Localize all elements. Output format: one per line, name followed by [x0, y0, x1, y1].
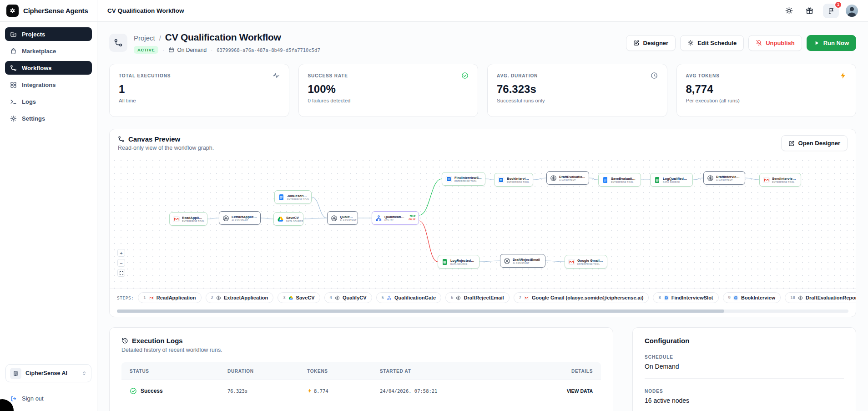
- topbar-title: CV Qualification Workflow: [107, 7, 184, 14]
- step-label: ExtractApplication: [224, 295, 268, 300]
- step-label: FindInterviewSlot: [671, 295, 713, 300]
- sidebar-item-marketplace[interactable]: Marketplace: [5, 44, 92, 58]
- step-number: 6: [451, 295, 453, 300]
- step-number: 9: [728, 295, 731, 300]
- sidebar-item-projects[interactable]: Projects: [5, 27, 92, 41]
- node-label: QualifyCV: [340, 215, 354, 219]
- canvas-node-gmail1[interactable]: Google Gmail (...ENTERPRISE TOOL: [565, 255, 607, 269]
- node-label: DraftInterviewI...: [716, 175, 742, 179]
- sidebar-item-workflows[interactable]: Workflows: [5, 61, 92, 75]
- theme-toggle-button[interactable]: [782, 4, 796, 18]
- stat-card: AVG. DURATION76.323sSuccessful runs only: [487, 64, 667, 117]
- ai-icon: [798, 295, 803, 300]
- docs-icon: [278, 194, 285, 201]
- canvas-node-drafteval[interactable]: DraftEvaluatio...AI ASSISTANT: [546, 171, 589, 185]
- avatar[interactable]: [846, 5, 858, 17]
- canvas-node-draftrej[interactable]: DraftRejectEmailAI ASSISTANT: [500, 254, 545, 268]
- step-label: QualifyCV: [343, 295, 367, 300]
- sidebar-header: CipherSense Agents: [0, 0, 97, 22]
- org-selector[interactable]: CipherSense AI: [5, 364, 91, 382]
- step-pill-9[interactable]: 931BookInterview: [723, 292, 781, 303]
- signout-button[interactable]: Sign out: [0, 388, 97, 411]
- node-type-label: AI ASSISTANT: [513, 262, 540, 264]
- sidebar-item-integrations[interactable]: Integrations: [5, 78, 92, 91]
- canvas-node-saveeval[interactable]: SaveEvaluation...ENTERPRISE TOOL: [598, 173, 641, 187]
- canvas-node-savecv[interactable]: SaveCVDATA SOURCE: [273, 212, 303, 226]
- edge-book-drafteval: [533, 178, 546, 180]
- canvas-node-gate[interactable]: QualificationGa...UTILITYTRUEFALSE: [372, 211, 419, 225]
- notification-badge: 1: [834, 1, 842, 9]
- canvas-node-draftint[interactable]: DraftInterviewI...AI ASSISTANT: [703, 171, 745, 185]
- sidebar-item-label: Marketplace: [22, 48, 56, 55]
- canvas-node-readapp[interactable]: ReadApplicationENTERPRISE TOOL: [169, 212, 207, 226]
- canvas-card: Canvas Preview Read-only view of the wor…: [109, 129, 856, 317]
- scrollbar-thumb[interactable]: [117, 310, 724, 313]
- started-at-cell: 24/04/2026, 07:58:21: [380, 388, 552, 394]
- edge-jobdesc-qualify: [312, 197, 327, 218]
- gift-icon[interactable]: [802, 4, 816, 18]
- node-type-label: AI ASSISTANT: [716, 179, 742, 182]
- step-pill-7[interactable]: 7Google Gmail (olaoye.somide@ciphersense…: [514, 292, 649, 303]
- open-designer-button[interactable]: Open Designer: [781, 135, 848, 151]
- canvas-node-book[interactable]: 31BookInterviewENTERPRISE TOOL: [494, 173, 533, 187]
- view-data-button[interactable]: VIEW DATA: [552, 388, 593, 394]
- fullscreen-button[interactable]: [117, 269, 125, 277]
- designer-button[interactable]: Designer: [626, 35, 676, 51]
- edge-find-book: [485, 179, 494, 180]
- node-label: BookInterview: [507, 177, 530, 181]
- run-now-button[interactable]: Run Now: [807, 35, 856, 51]
- edge-draftrej-gmail1: [545, 261, 565, 262]
- sidebar-item-settings[interactable]: Settings: [5, 112, 92, 125]
- column-header-details: DETAILS: [552, 369, 593, 374]
- column-header-status: STATUS: [130, 369, 227, 374]
- zoom-out-button[interactable]: −: [117, 259, 125, 267]
- step-pill-5[interactable]: 5QualificationGate: [376, 292, 442, 303]
- breadcrumb[interactable]: Project: [134, 34, 155, 42]
- sidebar-nav: ProjectsMarketplaceWorkflowsIntegrations…: [0, 22, 97, 131]
- sidebar-item-logs[interactable]: Logs: [5, 95, 92, 108]
- node-label: LogQualifiedAp...: [663, 177, 689, 181]
- stat-label: AVG TOKENS: [686, 73, 720, 78]
- gear-icon: [687, 40, 694, 46]
- edge-gate-logrej: [419, 221, 438, 262]
- stat-value: 8,774: [686, 83, 847, 96]
- configuration-card: Configuration SCHEDULE On Demand NODES 1…: [632, 327, 856, 411]
- duration-cell: 76.323s: [227, 388, 307, 394]
- edit-schedule-button[interactable]: Edit Schedule: [680, 35, 744, 51]
- canvas-node-sendint[interactable]: SendInterviewI...ENTERPRISE TOOL: [759, 173, 801, 187]
- step-pill-10[interactable]: 10DraftEvaluationReport: [785, 292, 856, 303]
- step-pill-2[interactable]: 2ExtractApplication: [206, 292, 274, 303]
- node-type-label: ENTERPRISE TOOL: [507, 181, 530, 183]
- notifications-button[interactable]: 1: [823, 4, 839, 18]
- unpublish-button[interactable]: Unpublish: [748, 35, 802, 51]
- log-row[interactable]: Success76.323s8,77424/04/2026, 07:58:21V…: [121, 380, 601, 401]
- stat-sub: All time: [119, 98, 280, 103]
- canvas-node-qualify[interactable]: QualifyCVAI ASSISTANT: [327, 211, 358, 225]
- sheets-icon: [441, 259, 448, 265]
- step-pill-6[interactable]: 6DraftRejectEmail: [445, 292, 509, 303]
- step-pill-4[interactable]: 4QualifyCV: [324, 292, 372, 303]
- gmail-icon: [149, 295, 154, 300]
- gmail-icon: [763, 177, 770, 183]
- node-label: QualificationGa...: [384, 215, 404, 219]
- workflow-icon: [10, 65, 17, 71]
- workflow-canvas[interactable]: + − ReadApplicationENTERPRISE TOOLExtrac…: [110, 156, 856, 289]
- canvas-node-extract[interactable]: ExtractApplica...AI ASSISTANT: [219, 211, 261, 225]
- play-icon: [814, 40, 820, 46]
- node-label: LogRejectedAp...: [450, 259, 476, 263]
- org-name: CipherSense AI: [25, 370, 77, 376]
- step-number: 5: [382, 295, 384, 300]
- canvas-node-find[interactable]: 31FindInterviewS...ENTERPRISE TOOL: [442, 172, 485, 186]
- step-pill-8[interactable]: 831FindInterviewSlot: [653, 292, 718, 303]
- canvas-node-jobdesc[interactable]: JobDescriptionENTERPRISE TOOL: [274, 190, 312, 204]
- calendar-icon: 31: [445, 176, 452, 183]
- canvas-node-logqual[interactable]: LogQualifiedAp...DATA SOURCE: [650, 173, 693, 187]
- svg-text:31: 31: [735, 297, 737, 299]
- canvas-node-logrej[interactable]: LogRejectedAp...DATA SOURCE: [438, 255, 479, 269]
- edge-draftint-sendint: [745, 178, 759, 180]
- step-pill-1[interactable]: 1ReadApplication: [138, 292, 201, 303]
- zoom-in-button[interactable]: +: [117, 249, 125, 257]
- logs-table-header: STATUSDURATIONTOKENSSTARTED ATDETAILS: [121, 362, 601, 380]
- svg-text:31: 31: [665, 297, 667, 299]
- step-pill-3[interactable]: 3SaveCV: [278, 292, 320, 303]
